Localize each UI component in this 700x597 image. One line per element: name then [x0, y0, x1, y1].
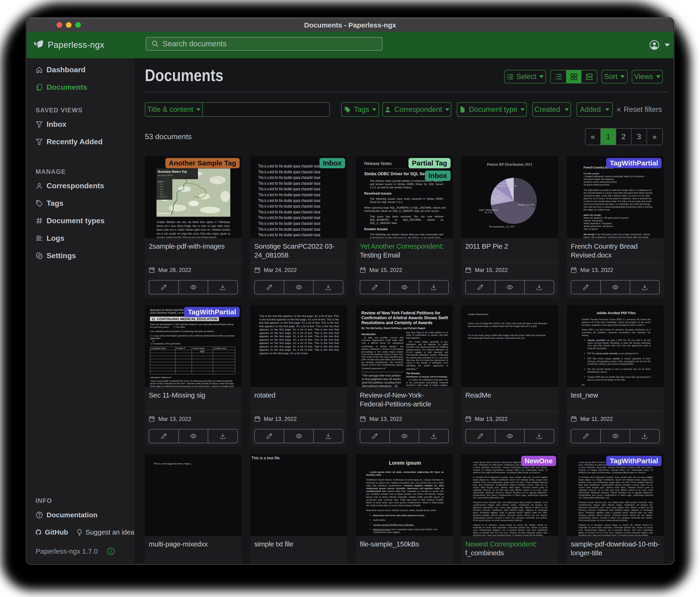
svg-text:Day 4: Day 4	[160, 191, 164, 192]
svg-text:©2022 Google · Map data 2022: ©2022 Google · Map data 2022	[158, 215, 170, 216]
svg-text:Boundary Waters Trip: Boundary Waters Trip	[158, 170, 187, 173]
svg-text:Legend: Legend	[158, 181, 163, 183]
svg-text:Day 3: Day 3	[160, 189, 164, 190]
svg-text:Entry Point: Entry Point	[160, 196, 167, 198]
svg-text:Day 1: Day 1	[160, 183, 164, 185]
svg-text:Day 2: Day 2	[160, 186, 164, 187]
svg-text:Six days in BWCA: Six days in BWCA	[158, 174, 173, 176]
svg-text:Day 5: Day 5	[160, 194, 164, 195]
svg-text:Google Earth: Google Earth	[158, 212, 171, 215]
